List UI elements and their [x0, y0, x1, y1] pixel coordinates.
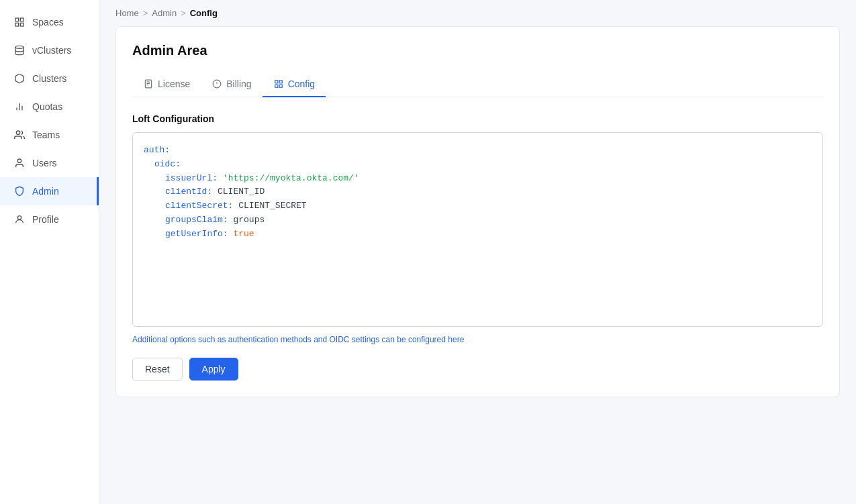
spaces-icon: [13, 16, 26, 28]
sidebar-label-spaces: Spaces: [32, 17, 64, 28]
sidebar-item-users[interactable]: Users: [0, 149, 99, 177]
action-buttons: Reset Apply: [132, 358, 823, 381]
svg-point-9: [17, 159, 21, 162]
tab-config-label: Config: [288, 79, 315, 89]
svg-rect-1: [20, 18, 23, 21]
sidebar-item-vclusters[interactable]: vClusters: [0, 36, 99, 64]
tab-license-label: License: [158, 79, 190, 89]
sidebar-item-clusters[interactable]: Clusters: [0, 64, 99, 93]
apply-button[interactable]: Apply: [189, 358, 238, 381]
breadcrumb-current: Config: [190, 8, 218, 18]
sidebar-item-spaces[interactable]: Spaces: [0, 8, 99, 36]
sidebar-label-clusters: Clusters: [32, 73, 66, 84]
config-icon: [273, 79, 284, 89]
breadcrumb-sep-2: >: [181, 8, 186, 18]
sidebar-label-admin: Admin: [32, 186, 59, 197]
users-icon: [13, 157, 26, 169]
admin-card: Admin Area License Billing Config: [115, 26, 840, 397]
info-link-anchor[interactable]: Additional options such as authenticatio…: [132, 335, 464, 344]
breadcrumb: Home > Admin > Config: [99, 0, 856, 26]
sidebar: Spaces vClusters Clusters Quotas Teams U…: [0, 0, 99, 504]
sidebar-item-admin[interactable]: Admin: [0, 177, 99, 205]
svg-rect-2: [15, 23, 19, 26]
breadcrumb-admin[interactable]: Admin: [152, 8, 177, 18]
svg-rect-18: [275, 81, 277, 83]
clusters-icon: [13, 72, 26, 85]
sidebar-item-teams[interactable]: Teams: [0, 121, 99, 149]
breadcrumb-home[interactable]: Home: [115, 8, 139, 18]
svg-rect-20: [275, 85, 277, 87]
main-content: Home > Admin > Config Admin Area License…: [99, 0, 856, 504]
billing-icon: [211, 79, 222, 89]
svg-rect-3: [20, 23, 23, 26]
config-code-editor[interactable]: auth: oidc: issuerUrl: 'https://myokta.o…: [132, 132, 823, 327]
sidebar-label-teams: Teams: [32, 130, 60, 140]
svg-point-4: [15, 46, 23, 48]
page-title: Admin Area: [132, 43, 823, 58]
svg-point-10: [17, 216, 21, 219]
breadcrumb-sep-1: >: [143, 8, 148, 18]
profile-icon: [13, 213, 26, 225]
license-icon: [143, 79, 154, 89]
svg-rect-21: [279, 85, 282, 87]
svg-rect-19: [279, 81, 282, 83]
tab-config[interactable]: Config: [263, 72, 326, 97]
section-title: Loft Configuration: [132, 113, 823, 124]
sidebar-item-profile[interactable]: Profile: [0, 205, 99, 234]
quotas-icon: [13, 101, 26, 113]
sidebar-item-quotas[interactable]: Quotas: [0, 93, 99, 121]
tabs-bar: License Billing Config: [132, 72, 823, 97]
sidebar-label-users: Users: [32, 158, 57, 168]
vclusters-icon: [13, 44, 26, 56]
svg-point-8: [16, 131, 19, 134]
svg-rect-0: [15, 18, 19, 21]
info-text: Additional options such as authenticatio…: [132, 335, 823, 344]
tab-license[interactable]: License: [132, 72, 201, 97]
tab-billing[interactable]: Billing: [201, 72, 262, 97]
sidebar-label-quotas: Quotas: [32, 101, 62, 112]
admin-icon: [13, 185, 26, 197]
tab-billing-label: Billing: [226, 79, 251, 89]
teams-icon: [13, 129, 26, 141]
reset-button[interactable]: Reset: [132, 358, 183, 381]
sidebar-label-profile: Profile: [32, 214, 59, 225]
sidebar-label-vclusters: vClusters: [32, 45, 71, 56]
